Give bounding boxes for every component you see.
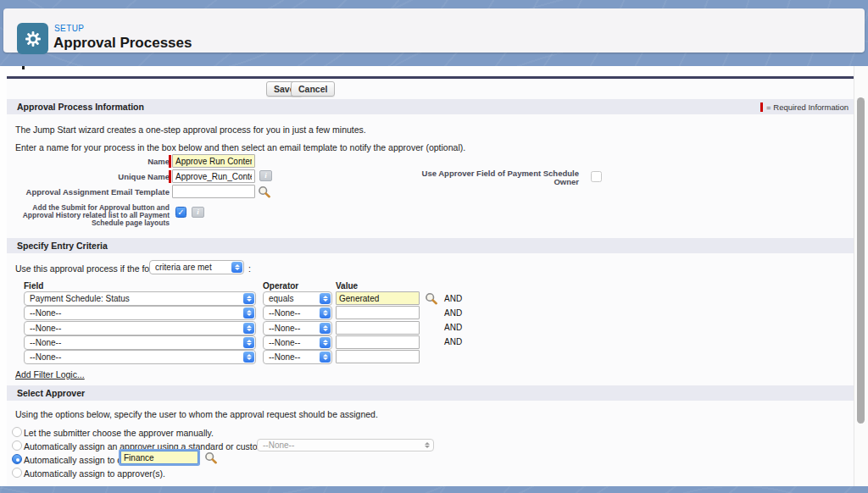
section-title: Specify Entry Criteria <box>7 241 108 251</box>
criteria-value-input-3[interactable] <box>336 321 420 335</box>
unique-name-input[interactable] <box>172 169 255 183</box>
radio-submitter-chooses-label: Let the submitter choose the approver ma… <box>24 428 214 438</box>
criteria-field-select-5[interactable]: --None-- <box>24 350 256 364</box>
radio-hierarchy-field[interactable] <box>12 440 22 451</box>
required-info-legend: = Required Information <box>760 102 855 112</box>
use-approver-field-label: Use Approver Field of Payment Schedule O… <box>407 169 579 186</box>
section-approval-process-information: Approval Process Information = Required … <box>7 99 855 114</box>
select-stepper-icon <box>421 440 432 451</box>
criteria-operator-select-5[interactable]: --None-- <box>263 350 332 364</box>
scrollbar-thumb[interactable] <box>857 97 865 424</box>
add-submit-checkbox[interactable]: ✓ <box>175 207 186 218</box>
use-approver-field-checkbox[interactable] <box>591 171 602 182</box>
column-header-operator: Operator <box>263 281 298 291</box>
select-stepper-icon <box>320 293 331 304</box>
criteria-field-value: Payment Schedule: Status <box>25 292 255 305</box>
hierarchy-field-select[interactable]: --None-- <box>257 439 434 451</box>
email-template-label: Approval Assignment Email Template <box>7 187 170 197</box>
name-label: Name <box>7 157 170 166</box>
conjunction-label: AND <box>444 308 462 318</box>
criteria-field-value: --None-- <box>25 336 255 349</box>
section-select-approver: Select Approver <box>7 385 855 401</box>
select-stepper-icon <box>243 337 254 348</box>
select-stepper-icon <box>320 337 331 348</box>
add-filter-logic-link[interactable]: Add Filter Logic... <box>15 369 85 379</box>
setup-gear-tile <box>17 23 48 54</box>
radio-assign-to-approvers-label: Automatically assign to approver(s). <box>24 468 165 479</box>
select-stepper-icon <box>243 293 254 304</box>
info-icon[interactable]: i <box>259 170 272 181</box>
select-stepper-icon <box>243 323 254 334</box>
select-stepper-icon <box>231 262 242 273</box>
unique-name-required-bar <box>169 170 171 183</box>
criteria-value-input-4[interactable] <box>336 335 420 349</box>
select-stepper-icon <box>320 307 331 319</box>
gear-icon <box>23 29 43 49</box>
criteria-value-input-5[interactable] <box>336 350 420 363</box>
conjunction-label: AND <box>444 323 462 332</box>
select-stepper-icon <box>243 307 254 319</box>
clipped-text-fragment <box>22 66 25 69</box>
criteria-operator-select-3[interactable]: --None-- <box>263 321 332 335</box>
criteria-field-value: --None-- <box>25 322 255 335</box>
email-template-input[interactable] <box>172 185 255 198</box>
queue-input[interactable] <box>120 451 198 464</box>
criteria-value-input-2[interactable] <box>336 306 420 319</box>
required-bar-icon <box>760 102 763 112</box>
column-header-value: Value <box>336 281 358 291</box>
select-stepper-icon <box>320 352 331 363</box>
approver-intro: Using the options below, specify the use… <box>15 409 378 419</box>
radio-assign-to-queue[interactable] <box>12 454 22 464</box>
section-title: Approval Process Information <box>7 102 144 112</box>
criteria-field-select-3[interactable]: --None-- <box>24 321 256 335</box>
criteria-field-value: --None-- <box>25 351 255 363</box>
select-stepper-icon <box>243 352 254 363</box>
criteria-field-value: --None-- <box>25 307 255 319</box>
wizard-intro-line-2: Enter a name for your process in the box… <box>15 142 465 152</box>
name-required-bar <box>169 155 171 168</box>
criteria-value-input-1[interactable] <box>336 291 420 305</box>
lookup-icon[interactable] <box>204 451 218 464</box>
criteria-field-select-4[interactable]: --None-- <box>24 335 256 350</box>
radio-assign-to-approvers[interactable] <box>12 468 22 478</box>
wizard-form-panel <box>7 76 855 486</box>
criteria-field-select-1[interactable]: Payment Schedule: Status <box>24 291 256 306</box>
criteria-condition-value: criteria are met <box>150 261 243 274</box>
section-specify-entry-criteria: Specify Entry Criteria <box>7 238 855 253</box>
unique-name-label: Unique Name <box>7 172 170 181</box>
info-icon[interactable]: i <box>192 207 204 218</box>
section-title: Select Approver <box>7 388 85 398</box>
add-submit-label: Add the Submit for Approval button and A… <box>7 204 170 227</box>
conjunction-label: AND <box>444 337 462 346</box>
criteria-operator-select-4[interactable]: --None-- <box>263 335 332 350</box>
name-input[interactable] <box>172 154 255 168</box>
criteria-operator-select-1[interactable]: equals <box>263 291 332 306</box>
criteria-field-select-2[interactable]: --None-- <box>24 306 256 320</box>
breadcrumb-kicker: SETUP <box>54 24 84 33</box>
setup-header: SETUP Approval Processes <box>3 8 865 53</box>
hierarchy-field-value: --None-- <box>258 440 433 451</box>
column-header-field: Field <box>24 281 43 291</box>
cancel-button[interactable]: Cancel <box>291 81 335 97</box>
lookup-icon[interactable] <box>425 292 438 305</box>
required-legend-label: = Required Information <box>766 102 849 112</box>
radio-submitter-chooses[interactable] <box>12 427 22 437</box>
page-title: Approval Processes <box>53 35 192 52</box>
criteria-operator-select-2[interactable]: --None-- <box>263 306 332 320</box>
lookup-icon[interactable] <box>258 186 271 198</box>
wizard-intro-line-1: The Jump Start wizard creates a one-step… <box>15 125 366 135</box>
criteria-condition-suffix: : <box>248 263 251 274</box>
setup-page: SETUP Approval Processes Save Cancel App… <box>0 0 868 493</box>
criteria-condition-select[interactable]: criteria are met <box>149 260 244 274</box>
conjunction-label: AND <box>444 294 462 303</box>
select-stepper-icon <box>320 323 331 334</box>
